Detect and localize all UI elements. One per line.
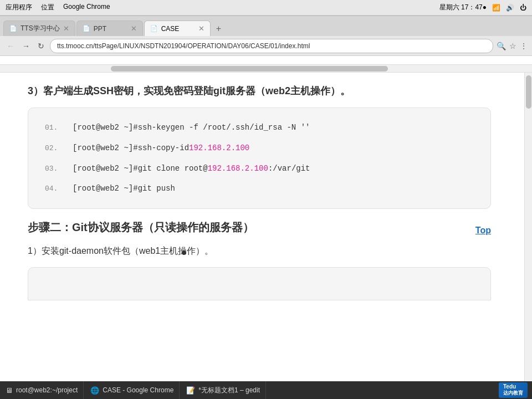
taskbar-browser[interactable]: 🌐 CASE - Google Chrome — [85, 381, 180, 399]
volume-icon: 🔊 — [506, 4, 514, 12]
terminal-label: root@web2:~/project — [16, 386, 78, 394]
code-03-cmd: git clone root@ — [138, 162, 208, 175]
clock: 星期六 17：47● — [439, 3, 487, 12]
apps-menu[interactable]: 应用程序 — [6, 3, 32, 12]
url-input[interactable] — [50, 39, 493, 53]
line-num-04: 04. — [45, 183, 73, 195]
editor-icon: 📝 — [186, 386, 195, 395]
horizontal-scroll-area — [0, 56, 532, 73]
page-content: 3）客户端生成SSH密钥，实现免密码登陆git服务器（web2主机操作）。 01… — [0, 73, 524, 398]
tab-ppt[interactable]: 📄 PPT ✕ — [76, 21, 143, 36]
taskbar-terminal[interactable]: 🖥 root@web2:~/project — [0, 381, 84, 399]
tab-ppt-close[interactable]: ✕ — [131, 24, 137, 33]
step2-heading: 步骤二：Git协议服务器（只读操作的服务器） — [28, 220, 491, 235]
vertical-scrollbar[interactable]: ▲ ▼ — [524, 73, 532, 398]
code-line-03: 03. [root@web2 ~]# git clone root@ 192.1… — [45, 162, 474, 175]
terminal-icon: 🖥 — [6, 386, 13, 395]
code-03-after: :/var/git — [268, 162, 310, 175]
partial-code-block — [28, 267, 491, 300]
tab-case-icon: 📄 — [150, 25, 158, 32]
editor-label: *无标题文档1 – gedit — [198, 386, 260, 395]
step1-text: 1）安装git-daemon软件包（web1主机操作）。 — [28, 244, 491, 258]
line-num-01: 01. — [45, 122, 73, 134]
address-icons: 🔍 ☆ ⋮ — [497, 42, 528, 50]
taskbar-editor[interactable]: 📝 *无标题文档1 – gedit — [181, 381, 266, 399]
address-bar: ← → ↻ 🔍 ☆ ⋮ — [0, 36, 532, 56]
line-num-02: 02. — [45, 143, 73, 155]
tab-tts[interactable]: 📄 TTS学习中心 ✕ — [3, 21, 75, 36]
browser-window: 📄 TTS学习中心 ✕ 📄 PPT ✕ 📄 CASE ✕ + ← → ↻ 🔍 ☆… — [0, 16, 532, 398]
code-line-04: 04. [root@web2 ~]# git push — [45, 182, 474, 195]
network-icon: 📶 — [492, 4, 500, 12]
tab-case-label: CASE — [161, 25, 180, 33]
reload-button[interactable]: ↻ — [35, 40, 47, 52]
menu-icon[interactable]: ⋮ — [520, 42, 528, 50]
back-button[interactable]: ← — [4, 40, 17, 52]
power-icon[interactable]: ⏻ — [520, 4, 526, 12]
tab-tts-close[interactable]: ✕ — [63, 24, 69, 33]
code-02-cmd: ssh-copy-id — [138, 142, 189, 154]
code-04-cmd: git push — [138, 182, 175, 195]
taskbar-items: 🖥 root@web2:~/project 🌐 CASE - Google Ch… — [0, 381, 266, 399]
code-04-prompt: [root@web2 ~]# — [73, 182, 138, 195]
browser-icon: 🌐 — [90, 386, 99, 395]
taskbar: 🖥 root@web2:~/project 🌐 CASE - Google Ch… — [0, 381, 532, 399]
tab-case[interactable]: 📄 CASE ✕ — [144, 21, 211, 36]
h-scrollbar-thumb — [111, 66, 388, 71]
browser-content: 3）客户端生成SSH密钥，实现免密码登陆git服务器（web2主机操作）。 01… — [0, 73, 532, 398]
v-scrollbar-thumb — [526, 75, 531, 109]
horizontal-scrollbar[interactable] — [0, 64, 532, 72]
line-num-03: 03. — [45, 163, 73, 175]
taskbar-right: Tedu 达内教育 — [494, 382, 532, 398]
code-02-prompt: [root@web2 ~]# — [73, 142, 138, 154]
code-block: 01. [root@web2 ~]# ssh-keygen -f /root/.… — [28, 108, 491, 209]
system-bar-left: 应用程序 位置 Google Chrome — [6, 3, 110, 12]
code-02-ip: 192.168.2.100 — [189, 142, 249, 154]
tab-case-close[interactable]: ✕ — [198, 24, 204, 33]
new-tab-button[interactable]: + — [212, 22, 226, 36]
tedu-subtitle: 达内教育 — [503, 390, 523, 397]
code-01-prompt: [root@web2 ~]# — [73, 121, 138, 134]
code-line-02: 02. [root@web2 ~]# ssh-copy-id 192.168.2… — [45, 142, 474, 155]
tedu-logo: Tedu 达内教育 — [499, 382, 528, 398]
step2-section: Top 步骤二：Git协议服务器（只读操作的服务器） — [28, 220, 491, 235]
chrome-menu[interactable]: Google Chrome — [63, 3, 110, 12]
tab-tts-icon: 📄 — [9, 25, 17, 32]
tab-ppt-icon: 📄 — [83, 25, 90, 32]
code-01-cmd: ssh-keygen -f /root/.ssh/id_rsa -N '' — [138, 121, 310, 134]
system-bar-right: 星期六 17：47● 📶 🔊 ⏻ — [439, 3, 526, 12]
search-icon[interactable]: 🔍 — [497, 42, 506, 50]
system-bar: 应用程序 位置 Google Chrome 星期六 17：47● 📶 🔊 ⏻ — [0, 0, 532, 16]
bookmark-icon[interactable]: ☆ — [509, 42, 516, 50]
code-03-prompt: [root@web2 ~]# — [73, 162, 138, 175]
forward-button[interactable]: → — [20, 40, 32, 52]
section3-header: 3）客户端生成SSH密钥，实现免密码登陆git服务器（web2主机操作）。 — [28, 84, 491, 99]
browser-label: CASE - Google Chrome — [103, 386, 173, 394]
tedu-name: Tedu — [503, 383, 523, 390]
tab-bar: 📄 TTS学习中心 ✕ 📄 PPT ✕ 📄 CASE ✕ + — [0, 16, 532, 36]
places-menu[interactable]: 位置 — [41, 3, 54, 12]
tab-tts-label: TTS学习中心 — [21, 24, 60, 33]
code-line-01: 01. [root@web2 ~]# ssh-keygen -f /root/.… — [45, 121, 474, 134]
code-03-ip: 192.168.2.100 — [208, 162, 268, 175]
tab-ppt-label: PPT — [94, 25, 106, 33]
top-link[interactable]: Top — [475, 226, 491, 236]
